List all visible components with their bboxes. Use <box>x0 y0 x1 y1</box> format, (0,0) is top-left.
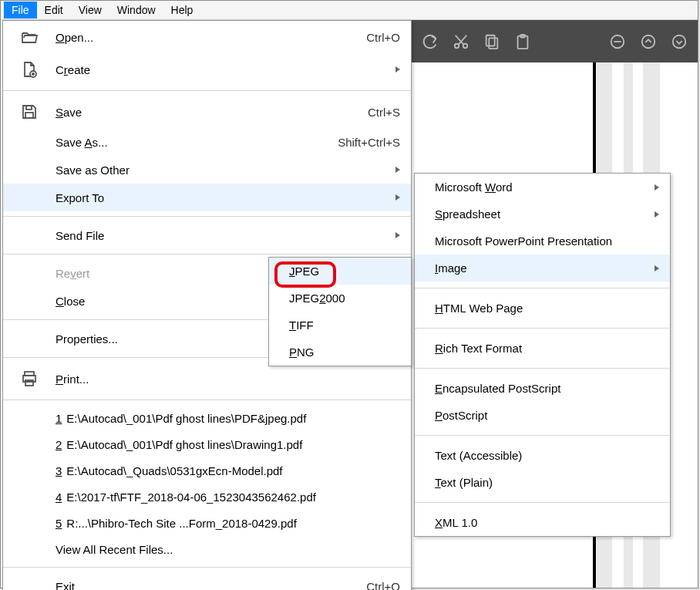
svg-point-1 <box>463 43 468 48</box>
menu-export-to-label: Export To <box>56 191 389 204</box>
redo-icon[interactable] <box>419 31 441 52</box>
menubar: File Edit View Window Help <box>1 1 698 20</box>
toolbar <box>412 20 698 62</box>
menu-view-all-recent[interactable]: View All Recent Files... <box>3 536 411 562</box>
menu-help[interactable]: Help <box>163 2 201 19</box>
svg-point-7 <box>642 35 655 48</box>
submenu-arrow-icon <box>655 265 659 271</box>
menu-separator <box>415 368 670 369</box>
menu-create-label: Create <box>56 63 389 76</box>
menu-save-as[interactable]: Save As... Shift+Ctrl+S <box>3 128 411 156</box>
create-icon <box>3 60 56 79</box>
open-icon <box>3 28 56 46</box>
circle-down-icon[interactable] <box>668 31 690 52</box>
submenu-arrow-icon <box>395 232 400 238</box>
export-ps[interactable]: PostScript <box>415 402 670 429</box>
paste-icon[interactable] <box>512 31 533 52</box>
cut-icon[interactable] <box>450 31 472 52</box>
recent-file-5[interactable]: 5 R:...\Phibro-Tech Site ...Form_2018-04… <box>3 510 411 536</box>
svg-rect-13 <box>25 380 33 386</box>
export-to-submenu: Microsoft Word Spreadsheet Microsoft Pow… <box>414 173 671 537</box>
menu-print[interactable]: Print... <box>3 362 411 395</box>
submenu-arrow-icon <box>655 184 659 190</box>
submenu-arrow-icon <box>395 194 400 201</box>
image-tiff[interactable]: TIFF <box>269 312 411 339</box>
export-xml[interactable]: XML 1.0 <box>415 509 670 536</box>
svg-rect-2 <box>486 35 495 46</box>
menu-send-file[interactable]: Send File <box>3 221 411 249</box>
recent-file-path: E:\2017-tf\FTF_2018-04-06_1523043562462.… <box>66 491 316 504</box>
menu-separator <box>3 567 411 568</box>
menu-save-other-label: Save as Other <box>56 164 389 177</box>
menu-exit-shortcut: Ctrl+Q <box>366 580 400 591</box>
menu-separator <box>3 90 411 91</box>
copy-icon[interactable] <box>481 31 503 52</box>
menu-exit-label: Exit <box>56 580 366 591</box>
recent-file-3[interactable]: 3 E:\Autocad\_Quads\0531gxEcn-Model.pdf <box>3 457 411 484</box>
recent-file-path: E:\Autocad\_Quads\0531gxEcn-Model.pdf <box>66 464 282 477</box>
recent-file-path: E:\Autocad\_001\Pdf ghost lines\Drawing1… <box>66 438 302 451</box>
save-icon <box>3 103 56 121</box>
menu-save-label: Save <box>56 106 368 119</box>
recent-file-path: E:\Autocad\_001\Pdf ghost lines\PDF&jpeg… <box>66 412 306 425</box>
menu-view[interactable]: View <box>71 2 109 19</box>
menu-separator <box>415 435 670 436</box>
svg-point-0 <box>455 43 459 48</box>
export-text-plain[interactable]: Text (Plain) <box>415 469 670 496</box>
export-powerpoint[interactable]: Microsoft PowerPoint Presentation <box>415 228 670 255</box>
menu-export-to[interactable]: Export To <box>3 184 411 211</box>
menu-file[interactable]: File <box>4 2 37 19</box>
recent-file-path: R:...\Phibro-Tech Site ...Form_2018-0429… <box>66 517 296 530</box>
menu-save-as-shortcut: Shift+Ctrl+S <box>338 136 400 149</box>
export-spreadsheet[interactable]: Spreadsheet <box>415 201 670 228</box>
menu-save-as-label: Save As... <box>56 136 338 149</box>
image-submenu: JPEG JPEG2000 TIFF PNG <box>268 257 412 366</box>
menu-window[interactable]: Window <box>109 2 163 19</box>
menu-open[interactable]: Open... Ctrl+O <box>3 21 411 53</box>
circle-slash-icon[interactable] <box>607 31 628 52</box>
submenu-arrow-icon <box>395 167 400 173</box>
export-rtf[interactable]: Rich Text Format <box>415 335 670 362</box>
print-icon <box>3 369 56 388</box>
recent-file-2[interactable]: 2 E:\Autocad\_001\Pdf ghost lines\Drawin… <box>3 431 411 457</box>
svg-rect-3 <box>489 38 497 49</box>
image-png[interactable]: PNG <box>269 339 411 366</box>
menu-create[interactable]: Create <box>3 53 411 86</box>
menu-save-shortcut: Ctrl+S <box>368 106 400 119</box>
menu-save-other[interactable]: Save as Other <box>3 156 411 184</box>
menu-exit[interactable]: Exit Ctrl+Q <box>3 572 411 590</box>
submenu-arrow-icon <box>655 211 659 217</box>
menu-open-shortcut: Ctrl+O <box>366 31 400 44</box>
menu-save[interactable]: Save Ctrl+S <box>3 96 411 128</box>
recent-file-1[interactable]: 1 E:\Autocad\_001\Pdf ghost lines\PDF&jp… <box>3 405 411 431</box>
image-jpeg2000[interactable]: JPEG2000 <box>269 285 411 312</box>
export-word[interactable]: Microsoft Word <box>415 174 670 201</box>
export-html[interactable]: HTML Web Page <box>415 295 670 322</box>
export-image[interactable]: Image <box>415 255 670 282</box>
submenu-arrow-icon <box>395 66 400 72</box>
menu-send-file-label: Send File <box>56 229 389 242</box>
menu-separator <box>3 216 411 217</box>
svg-rect-10 <box>25 113 33 118</box>
image-jpeg[interactable]: JPEG <box>269 258 411 285</box>
export-text-accessible[interactable]: Text (Accessible) <box>415 442 670 469</box>
circle-up-icon[interactable] <box>638 31 659 52</box>
menu-print-label: Print... <box>56 373 400 386</box>
svg-rect-11 <box>26 106 32 110</box>
export-eps[interactable]: Encapsulated PostScript <box>415 375 670 402</box>
menu-separator <box>415 288 670 288</box>
menu-separator <box>415 502 670 503</box>
svg-point-8 <box>673 35 686 48</box>
menu-open-label: Open... <box>56 31 366 44</box>
menu-separator <box>3 400 411 400</box>
menu-separator <box>415 328 670 329</box>
recent-file-4[interactable]: 4 E:\2017-tf\FTF_2018-04-06_152304356246… <box>3 484 411 510</box>
menu-separator <box>3 254 411 255</box>
menu-edit[interactable]: Edit <box>37 2 71 19</box>
